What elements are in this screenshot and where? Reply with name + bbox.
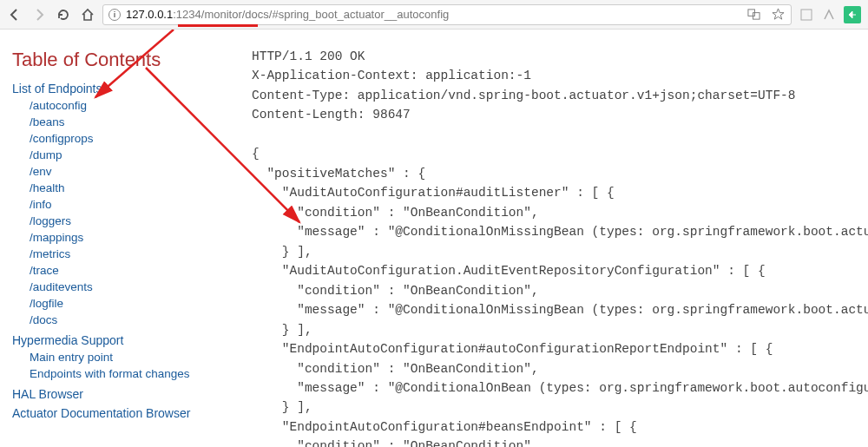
code-line: } ], (252, 245, 312, 259)
nav-item-trace[interactable]: /trace (12, 262, 240, 279)
nav-item-autoconfig[interactable]: /autoconfig (12, 97, 240, 114)
code-line: } ], (252, 323, 312, 337)
code-line: Content-Type: application/vnd.spring-boo… (252, 89, 796, 102)
nav-item-docs[interactable]: /docs (12, 312, 240, 328)
nav-heading-actuator-docs[interactable]: Actuator Documentation Browser (12, 406, 240, 420)
extension-icon-2[interactable] (821, 7, 837, 23)
code-line: "AuditAutoConfiguration.AuditEventReposi… (252, 264, 766, 278)
back-button[interactable] (7, 7, 23, 23)
nav-item-metrics[interactable]: /metrics (12, 246, 240, 262)
url-text: 127.0.0.1:1234/monitor/docs/#spring_boot… (126, 8, 449, 21)
nav-item-configprops[interactable]: /configprops (12, 130, 240, 147)
nav-item-health[interactable]: /health (12, 180, 240, 196)
response-panel: HTTP/1.1 200 OK X-Application-Context: a… (252, 30, 868, 447)
nav-item-env[interactable]: /env (12, 163, 240, 180)
nav-item-logfile[interactable]: /logfile (12, 295, 240, 312)
nav-heading-endpoints[interactable]: List of Endpoints (12, 82, 240, 95)
code-line: "condition" : "OnBeanCondition", (252, 362, 539, 376)
nav-item-info[interactable]: /info (12, 196, 240, 213)
svg-rect-2 (801, 10, 812, 20)
code-line: { (252, 147, 260, 161)
code-line: "positiveMatches" : { (252, 167, 425, 181)
browser-toolbar: i 127.0.0.1:1234/monitor/docs/#spring_bo… (0, 0, 868, 30)
code-line: } ], (252, 400, 312, 414)
code-line: X-Application-Context: application:-1 (252, 69, 531, 82)
code-line: "message" : "@ConditionalOnMissingBean (… (252, 225, 868, 239)
nav-item-beans[interactable]: /beans (12, 114, 240, 130)
nav-item-mappings[interactable]: /mappings (12, 229, 240, 246)
code-line: "condition" : "OnBeanCondition", (252, 284, 539, 298)
code-line: "condition" : "OnBeanCondition", (252, 439, 539, 447)
site-info-icon[interactable]: i (108, 9, 121, 21)
nav-item-auditevents[interactable]: /auditevents (12, 279, 240, 295)
nav-item-loggers[interactable]: /loggers (12, 213, 240, 229)
code-line: "AuditAutoConfiguration#auditListener" :… (252, 186, 615, 200)
sidebar: Table of Contents List of Endpoints /aut… (0, 30, 252, 447)
extension-icon-1[interactable] (799, 7, 814, 23)
star-icon[interactable] (770, 7, 786, 23)
reload-button[interactable] (56, 7, 71, 23)
nav-item-main-entry[interactable]: Main entry point (12, 349, 240, 365)
code-line: "condition" : "OnBeanCondition", (252, 206, 539, 220)
nav-heading-hypermedia[interactable]: Hypermedia Support (12, 333, 240, 347)
code-line: Content-Length: 98647 (252, 108, 411, 122)
nav-heading-hal[interactable]: HAL Browser (12, 387, 240, 401)
translate-icon[interactable] (746, 7, 761, 23)
home-button[interactable] (80, 7, 95, 23)
code-line: HTTP/1.1 200 OK (252, 49, 365, 63)
nav-item-format-changes[interactable]: Endpoints with format changes (12, 365, 240, 382)
code-line: "EndpointAutoConfiguration#autoConfigura… (252, 342, 773, 356)
extension-icon-3[interactable] (844, 6, 861, 23)
code-line: "message" : "@ConditionalOnMissingBean (… (252, 303, 868, 317)
address-bar[interactable]: i 127.0.0.1:1234/monitor/docs/#spring_bo… (102, 4, 792, 25)
code-line: "message" : "@ConditionalOnBean (types: … (252, 381, 868, 395)
forward-button[interactable] (31, 7, 47, 23)
code-line: "EndpointAutoConfiguration#beansEndpoint… (252, 420, 637, 434)
annotation-underline (178, 24, 258, 27)
toc-title: Table of Contents (12, 49, 240, 71)
nav-item-dump[interactable]: /dump (12, 147, 240, 163)
